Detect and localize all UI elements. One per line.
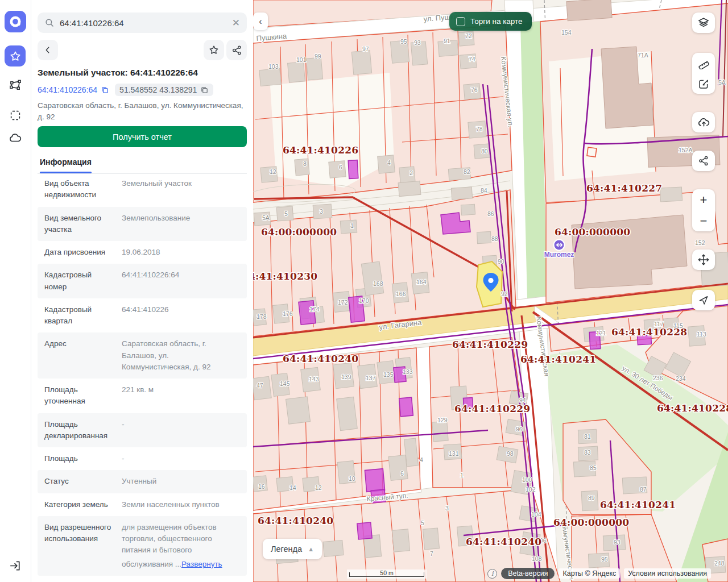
locate-button[interactable] — [692, 290, 715, 310]
oks-building — [365, 469, 384, 492]
back-button[interactable] — [38, 40, 58, 60]
info-row: Кадастровый номер64:41:410226:64 — [38, 264, 247, 298]
sidebar-item-favorites[interactable] — [5, 45, 26, 66]
tab-information[interactable]: Информация — [40, 157, 92, 167]
house-number: 108 — [532, 555, 542, 562]
building — [340, 220, 357, 234]
torgi-checkbox[interactable] — [456, 17, 465, 26]
sidebar-item-polygon-select[interactable] — [5, 74, 26, 96]
info-row-value: - — [122, 419, 240, 442]
info-row: Вид объекта недвижимостиЗемельный участо… — [38, 172, 247, 207]
sidebar-item-cloud[interactable] — [5, 127, 26, 149]
map-copyright-link[interactable]: Карты © Яндекс — [559, 568, 620, 579]
house-number: 102 — [526, 486, 536, 493]
object-address: Саратовская область, г. Балашов, ул. Ком… — [38, 100, 247, 123]
scale-label: 50 m — [347, 569, 427, 576]
info-row: Дата присвоения19.06.2018 — [38, 241, 247, 264]
info-row-label: Кадастровый номер — [44, 269, 116, 293]
coordinates-chip[interactable]: 51.548552 43.138291 — [115, 84, 213, 96]
zoom-out-button[interactable]: − — [692, 210, 715, 231]
info-icon[interactable]: i — [487, 569, 497, 579]
house-number: 104 — [531, 511, 541, 518]
house-number: 98 — [507, 450, 514, 457]
house-number: 5A — [718, 79, 726, 86]
info-row: Площадь уточненная221 кв. м — [38, 379, 247, 413]
favorite-button[interactable] — [204, 40, 224, 60]
cadastral-number-link[interactable]: 64:41:410226:64 — [38, 85, 109, 94]
house-number: 236 — [653, 375, 663, 381]
building — [378, 155, 395, 173]
layers-button[interactable] — [692, 13, 715, 33]
house-number: 154 — [561, 29, 572, 36]
house-number: 178 — [257, 313, 267, 320]
house-number: 97 — [362, 45, 369, 52]
app-logo[interactable] — [5, 11, 26, 32]
building — [288, 62, 305, 82]
map-canvas: Muromez 10310199979593917274767880828486… — [253, 0, 728, 582]
map-area[interactable]: Muromez 10310199979593917274767880828486… — [253, 0, 728, 582]
info-row-label: Площадь — [44, 453, 116, 464]
chevron-up-icon: ▲ — [308, 546, 314, 552]
collapse-panel-button[interactable]: ‹ — [253, 13, 268, 30]
info-row-label: Статус — [44, 476, 116, 487]
house-number: 8 — [303, 160, 307, 167]
torgi-label: Торги на карте — [470, 17, 523, 26]
house-number: 135 — [383, 371, 394, 378]
search-bar[interactable]: ✕ — [38, 13, 247, 33]
house-number: 10 — [349, 475, 355, 482]
draw-button[interactable] — [692, 73, 715, 94]
expand-link[interactable]: Развернуть — [181, 559, 222, 570]
login-button[interactable] — [5, 555, 26, 576]
share-button[interactable] — [226, 40, 247, 60]
info-row-label: Кадастровый квартал — [44, 304, 116, 327]
info-row-value: 64:41:410226 — [122, 304, 240, 327]
house-number: 133 — [403, 368, 413, 375]
legend-button[interactable]: Легенда ▲ — [263, 539, 322, 559]
house-number: 176 — [283, 310, 293, 317]
building — [323, 541, 344, 557]
copy-icon[interactable] — [101, 86, 109, 94]
search-input[interactable] — [60, 18, 227, 28]
info-row-label: Площадь декларированная — [44, 419, 116, 442]
house-number: 5 — [284, 210, 288, 217]
app: ✕ Земельный участок: 64:41:410226:64 — [0, 0, 728, 582]
quarter-label: 64:41:410240 — [258, 515, 333, 526]
copy-icon[interactable] — [200, 86, 209, 94]
building — [477, 231, 491, 243]
share-map-button[interactable] — [692, 151, 715, 171]
pan-button[interactable] — [692, 250, 715, 270]
house-number: 174 — [309, 306, 320, 313]
building — [399, 167, 415, 184]
info-row-value: 64:41:410226:64 — [122, 269, 240, 293]
get-report-button[interactable]: Получить отчет — [38, 126, 247, 147]
info-row-label: Вид разрешенного использования — [44, 522, 116, 570]
building — [423, 528, 439, 550]
quarter-label: 64:41:410226 — [283, 144, 358, 156]
house-number: 47 — [257, 382, 263, 389]
house-number: 99 — [315, 53, 321, 60]
pan-icon — [697, 253, 710, 266]
clear-search-icon[interactable]: ✕ — [232, 18, 240, 28]
building — [286, 397, 310, 424]
quarter-label: 64:41:410229 — [454, 403, 530, 414]
zoom-in-button[interactable]: + — [692, 189, 715, 210]
star-outline-icon — [208, 44, 220, 56]
info-row-value: Земельный участок — [122, 178, 240, 201]
quarter-label: 64:00:000000 — [261, 226, 337, 238]
torgi-toggle[interactable]: Торги на карте — [449, 12, 532, 31]
building — [259, 68, 281, 86]
info-row-label: Дата присвоения — [44, 247, 116, 258]
house-number: 3 — [445, 505, 449, 512]
house-number: 121 — [596, 330, 606, 336]
house-number: 143 — [309, 376, 319, 383]
measure-button[interactable] — [692, 53, 715, 73]
poi-label: Muromez — [544, 251, 574, 259]
search-icon — [44, 18, 55, 28]
house-number: 95 — [400, 38, 407, 45]
sidebar-item-area-select[interactable] — [5, 105, 26, 126]
upload-button[interactable] — [692, 112, 715, 132]
info-row: Площадь декларированная- — [38, 413, 247, 448]
attribution: i Beta-версия Карты © Яндекс Условия исп… — [487, 568, 711, 579]
terms-link[interactable]: Условия использования — [624, 568, 711, 579]
info-row: Категория земельЗемли населенных пунктов — [38, 493, 247, 516]
